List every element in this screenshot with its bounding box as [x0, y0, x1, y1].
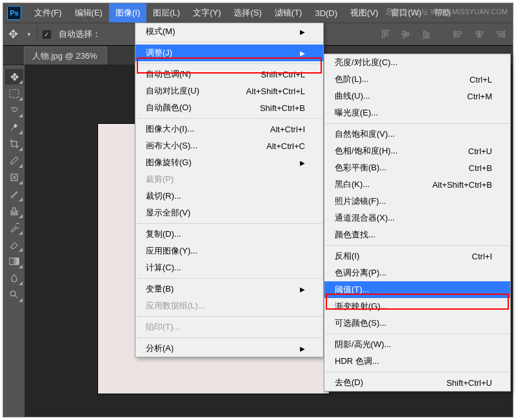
- tools-panel: ✥: [3, 65, 25, 417]
- tool-move[interactable]: ✥: [5, 69, 23, 85]
- tool-wand[interactable]: [5, 119, 23, 135]
- tool-dodge[interactable]: [5, 287, 23, 303]
- align-right-icon[interactable]: [492, 28, 508, 41]
- tool-patch[interactable]: [5, 170, 23, 185]
- mi-crop-disabled: 裁剪(P): [135, 171, 323, 188]
- svg-rect-0: [10, 90, 19, 97]
- menu-adjustments-dropdown: 亮度/对比度(C)... 色阶(L)...Ctrl+L 曲线(U)...Ctrl…: [324, 54, 511, 392]
- align-bottom-icon[interactable]: [419, 28, 434, 41]
- ma-posterize[interactable]: 色调分离(P)...: [324, 265, 510, 281]
- ma-mixer[interactable]: 通道混合器(X)...: [324, 210, 510, 226]
- tool-preset-caret[interactable]: ▼: [26, 32, 32, 37]
- mi-auto-contrast[interactable]: 自动对比度(U)Alt+Shift+Ctrl+L: [135, 83, 323, 99]
- menu-edit[interactable]: 编辑(E): [68, 3, 109, 23]
- mi-trim[interactable]: 裁切(R)...: [135, 188, 323, 205]
- ma-selective[interactable]: 可选颜色(S)...: [324, 315, 510, 332]
- tool-crop[interactable]: [5, 136, 23, 152]
- tool-history-brush[interactable]: [5, 220, 23, 235]
- photoshop-window: 思缘设计论坛 WWW.MISSYUAN.COM Ps 文件(F) 编辑(E) 图…: [3, 3, 513, 417]
- divider: [37, 27, 37, 41]
- ma-levels[interactable]: 色阶(L)...Ctrl+L: [324, 71, 510, 88]
- ma-curves[interactable]: 曲线(U)...Ctrl+M: [324, 88, 510, 105]
- document-title: 人物.jpg @ 236%: [32, 50, 97, 62]
- mi-mode[interactable]: 模式(M)▶: [135, 23, 323, 40]
- ma-vibrance[interactable]: 自然饱和度(V)...: [324, 126, 510, 143]
- tool-eraser[interactable]: [5, 237, 23, 252]
- mi-reveal-all[interactable]: 显示全部(V): [135, 205, 323, 221]
- menu-filter[interactable]: 滤镜(T): [268, 3, 309, 23]
- tool-brush[interactable]: [5, 186, 23, 202]
- tool-eyedrop[interactable]: [5, 153, 23, 168]
- align-top-icon[interactable]: [377, 28, 393, 41]
- mi-datasets: 应用数据组(L)...: [135, 297, 323, 314]
- ma-invert[interactable]: 反相(I)Ctrl+I: [324, 248, 510, 265]
- tool-marquee[interactable]: [5, 86, 23, 101]
- menu-view[interactable]: 视图(V): [344, 3, 384, 23]
- ma-desaturate[interactable]: 去色(D)Shift+Ctrl+U: [324, 374, 510, 391]
- ma-hue[interactable]: 色相/饱和度(H)...Ctrl+U: [324, 143, 510, 159]
- ma-threshold[interactable]: 阈值(T)...: [324, 281, 510, 298]
- mi-trap: 陷印(T)...: [135, 319, 323, 335]
- mi-analysis[interactable]: 分析(A)▶: [135, 340, 323, 357]
- ma-photofilter[interactable]: 照片滤镜(F)...: [324, 193, 510, 210]
- ma-shadows[interactable]: 阴影/高光(W)...: [324, 336, 510, 353]
- menu-image[interactable]: 图像(I): [109, 3, 146, 23]
- mi-duplicate[interactable]: 复制(D)...: [135, 226, 323, 243]
- menu-image-dropdown: 模式(M)▶ 调整(J)▶ 自动色调(N)Shift+Ctrl+L 自动对比度(…: [135, 23, 324, 357]
- tool-lasso[interactable]: [5, 103, 23, 118]
- mi-image-rotation[interactable]: 图像旋转(G)▶: [135, 154, 323, 171]
- svg-rect-2: [10, 258, 19, 265]
- menu-type[interactable]: 文字(Y): [186, 3, 227, 23]
- svg-point-3: [10, 291, 15, 296]
- move-tool-icon: [8, 28, 20, 40]
- ma-gradmap[interactable]: 渐变映射(G)...: [324, 298, 510, 315]
- mi-image-size[interactable]: 图像大小(I)...Alt+Ctrl+I: [135, 121, 323, 137]
- ps-logo-icon: Ps: [7, 6, 21, 20]
- document-tab[interactable]: 人物.jpg @ 236%: [24, 46, 107, 65]
- mi-canvas-size[interactable]: 画布大小(S)...Alt+Ctrl+C: [135, 137, 323, 154]
- align-left-icon[interactable]: [451, 28, 466, 41]
- mi-apply-image[interactable]: 应用图像(Y)...: [135, 243, 323, 259]
- menu-file[interactable]: 文件(F): [28, 3, 68, 23]
- mi-auto-tone[interactable]: 自动色调(N)Shift+Ctrl+L: [135, 66, 323, 83]
- ma-colorlookup[interactable]: 颜色查找...: [324, 226, 510, 243]
- align-vcenter-icon[interactable]: [398, 28, 413, 41]
- tool-gradient[interactable]: [5, 254, 23, 269]
- mi-variables[interactable]: 变量(B)▶: [135, 281, 323, 297]
- auto-select-checkbox[interactable]: [43, 30, 51, 39]
- menu-select[interactable]: 选择(S): [227, 3, 268, 23]
- ma-blackwhite[interactable]: 黑白(K)...Alt+Shift+Ctrl+B: [324, 176, 510, 193]
- ma-hdr[interactable]: HDR 色调...: [324, 353, 510, 370]
- ma-colbalance[interactable]: 色彩平衡(B)...Ctrl+B: [324, 159, 510, 176]
- menu-layer[interactable]: 图层(L): [146, 3, 186, 23]
- mi-auto-color[interactable]: 自动颜色(O)Shift+Ctrl+B: [135, 99, 323, 116]
- ma-brightness[interactable]: 亮度/对比度(C)...: [324, 54, 510, 71]
- menu-3d[interactable]: 3D(D): [308, 5, 344, 22]
- align-hcenter-icon[interactable]: [471, 28, 487, 41]
- auto-select-label: 自动选择：: [59, 28, 101, 40]
- tool-stamp[interactable]: [5, 203, 23, 219]
- mi-adjustments[interactable]: 调整(J)▶: [135, 45, 323, 61]
- ma-exposure[interactable]: 曝光度(E)...: [324, 105, 510, 121]
- tool-blur[interactable]: [5, 270, 23, 286]
- mi-calculations[interactable]: 计算(C)...: [135, 259, 323, 276]
- watermark-text: 思缘设计论坛 WWW.MISSYUAN.COM: [386, 7, 508, 17]
